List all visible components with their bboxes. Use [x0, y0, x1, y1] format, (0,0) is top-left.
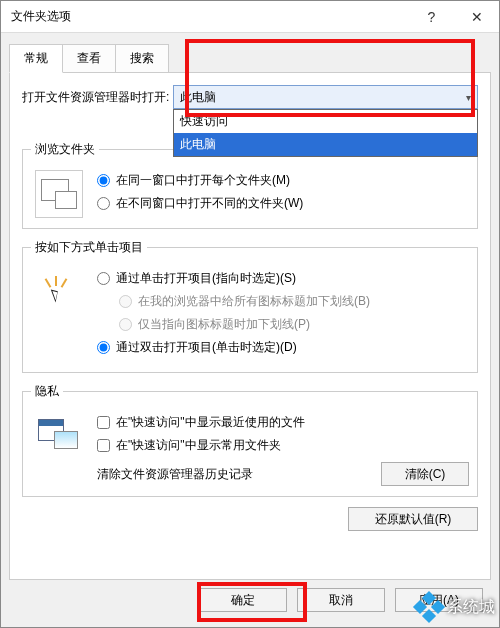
open-explorer-label: 打开文件资源管理器时打开:	[22, 89, 169, 106]
window-title: 文件夹选项	[11, 8, 409, 25]
browse-folders-icon	[35, 170, 83, 218]
tab-strip: 常规 查看 搜索	[9, 43, 491, 72]
radio-underline-point	[119, 318, 132, 331]
radio-underline-all-label: 在我的浏览器中给所有图标标题加下划线(B)	[138, 293, 370, 310]
radio-diff-window[interactable]	[97, 197, 110, 210]
combo-selected: 此电脑	[180, 89, 216, 106]
clear-history-label: 清除文件资源管理器历史记录	[97, 466, 253, 483]
tab-panel-general: 打开文件资源管理器时打开: 此电脑 ▾ 快速访问 此电脑 浏览文件夹 在同一窗口…	[9, 72, 491, 580]
combo-option-quick[interactable]: 快速访问	[174, 110, 477, 133]
checkbox-show-frequent[interactable]	[97, 439, 110, 452]
chevron-down-icon: ▾	[466, 92, 471, 103]
titlebar: 文件夹选项 ? ✕	[1, 1, 499, 33]
radio-underline-all	[119, 295, 132, 308]
clear-button[interactable]: 清除(C)	[381, 462, 469, 486]
radio-same-window[interactable]	[97, 174, 110, 187]
help-icon[interactable]: ?	[409, 1, 454, 33]
combo-option-thispc[interactable]: 此电脑	[174, 133, 477, 156]
radio-double-click-label: 通过双击打开项目(单击时选定)(D)	[116, 339, 297, 356]
click-items-icon	[35, 268, 83, 316]
cancel-button[interactable]: 取消	[297, 588, 385, 612]
privacy-icon	[35, 412, 83, 460]
combo-dropdown: 快速访问 此电脑	[173, 109, 478, 157]
open-explorer-row: 打开文件资源管理器时打开: 此电脑 ▾ 快速访问 此电脑	[22, 85, 478, 109]
apply-button[interactable]: 应用(A)	[395, 588, 483, 612]
dialog-footer: 确定 取消 应用(A)	[1, 588, 499, 624]
tab-search[interactable]: 搜索	[115, 44, 169, 73]
privacy-group: 隐私 在"快速访问"中显示最近使用的文件 在"快速访问"中显示常用文件夹 清除文…	[22, 383, 478, 497]
checkbox-show-frequent-label: 在"快速访问"中显示常用文件夹	[116, 437, 281, 454]
radio-same-window-label: 在同一窗口中打开每个文件夹(M)	[116, 172, 290, 189]
tab-general[interactable]: 常规	[9, 44, 63, 73]
close-icon[interactable]: ✕	[454, 1, 499, 33]
ok-button[interactable]: 确定	[199, 588, 287, 612]
radio-single-click[interactable]	[97, 272, 110, 285]
open-explorer-combo[interactable]: 此电脑 ▾ 快速访问 此电脑	[173, 85, 478, 109]
restore-defaults-button[interactable]: 还原默认值(R)	[348, 507, 478, 531]
checkbox-show-recent-label: 在"快速访问"中显示最近使用的文件	[116, 414, 305, 431]
radio-double-click[interactable]	[97, 341, 110, 354]
tab-view[interactable]: 查看	[62, 44, 116, 73]
click-items-legend: 按如下方式单击项目	[31, 239, 147, 256]
radio-diff-window-label: 在不同窗口中打开不同的文件夹(W)	[116, 195, 303, 212]
checkbox-show-recent[interactable]	[97, 416, 110, 429]
radio-single-click-label: 通过单击打开项目(指向时选定)(S)	[116, 270, 296, 287]
browse-folders-legend: 浏览文件夹	[31, 141, 99, 158]
click-items-group: 按如下方式单击项目 通过单击打开项目(指向时选定)(S) 在我的浏览器中给所有图…	[22, 239, 478, 373]
radio-underline-point-label: 仅当指向图标标题时加下划线(P)	[138, 316, 310, 333]
privacy-legend: 隐私	[31, 383, 63, 400]
